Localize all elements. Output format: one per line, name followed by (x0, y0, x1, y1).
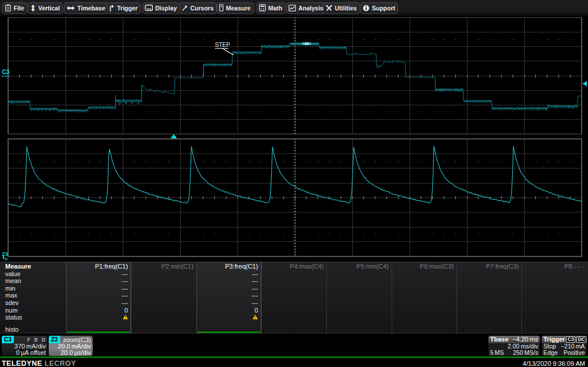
svg-text:C3: C3 (2, 69, 10, 75)
svg-text:Z3: Z3 (2, 251, 8, 257)
svg-text:STEP: STEP (215, 42, 230, 48)
